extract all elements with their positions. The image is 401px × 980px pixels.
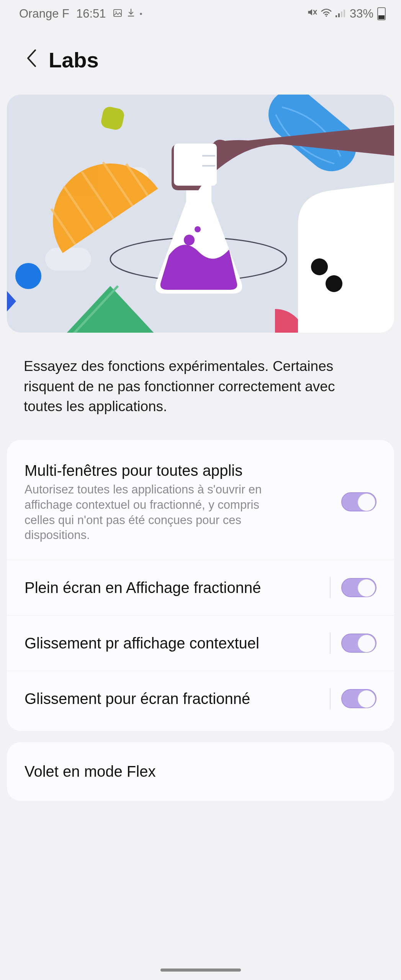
svg-rect-8 (344, 10, 345, 17)
flex-card[interactable]: Volet en mode Flex (7, 742, 394, 801)
row-multi-window[interactable]: Multi-fenêtres pour toutes applis Autori… (7, 440, 394, 560)
image-icon (113, 7, 122, 20)
row-divider (330, 577, 331, 598)
status-left: Orange F 16:51 • (19, 7, 142, 21)
toggle-multi-window[interactable] (341, 492, 376, 511)
svg-rect-7 (341, 11, 342, 17)
svg-point-4 (326, 15, 327, 17)
svg-point-53 (15, 263, 41, 289)
home-indicator[interactable] (160, 969, 241, 972)
carrier-label: Orange F (19, 7, 69, 21)
row-title: Multi-fenêtres pour toutes applis (25, 461, 330, 480)
svg-rect-57 (174, 144, 217, 186)
row-subtitle: Autorisez toutes les applications à s'ou… (25, 482, 270, 543)
signal-icon (335, 7, 345, 21)
row-swipe-popup[interactable]: Glissement pr affichage contextuel (7, 616, 394, 671)
svg-rect-6 (338, 13, 340, 17)
toggle-swipe-split[interactable] (341, 689, 376, 708)
row-divider (330, 632, 331, 654)
flex-title: Volet en mode Flex (25, 763, 376, 780)
page-header: Labs (0, 24, 401, 88)
clock: 16:51 (76, 7, 106, 21)
svg-point-61 (326, 275, 342, 292)
back-button[interactable] (25, 48, 38, 72)
dot-icon: • (140, 10, 142, 18)
battery-icon (377, 7, 386, 20)
row-fullscreen-split[interactable]: Plein écran en Affichage fractionné (7, 560, 394, 616)
row-title: Glissement pr affichage contextuel (25, 634, 318, 653)
row-divider (330, 688, 331, 709)
svg-point-60 (311, 258, 328, 275)
toggle-fullscreen-split[interactable] (341, 578, 376, 597)
page-title: Labs (49, 47, 99, 72)
battery-percent: 33% (350, 7, 373, 21)
row-swipe-split[interactable]: Glissement pour écran fractionné (7, 671, 394, 731)
svg-rect-9 (45, 248, 91, 271)
settings-card: Multi-fenêtres pour toutes applis Autori… (7, 440, 394, 731)
download-icon (127, 7, 135, 20)
svg-point-1 (115, 11, 116, 12)
mute-icon (307, 7, 318, 21)
wifi-icon (321, 7, 332, 21)
row-title: Plein écran en Affichage fractionné (25, 578, 318, 597)
svg-point-56 (195, 226, 201, 232)
toggle-swipe-popup[interactable] (341, 634, 376, 653)
svg-rect-5 (336, 15, 337, 17)
intro-text: Essayez des fonctions expérimentales. Ce… (0, 333, 401, 440)
svg-rect-17 (100, 106, 125, 131)
status-bar: Orange F 16:51 • 33% (0, 0, 401, 24)
svg-point-55 (184, 235, 195, 245)
row-title: Glissement pour écran fractionné (25, 689, 318, 708)
status-left-icons: • (113, 7, 142, 20)
status-right: 33% (307, 7, 386, 21)
hero-illustration (7, 95, 394, 333)
